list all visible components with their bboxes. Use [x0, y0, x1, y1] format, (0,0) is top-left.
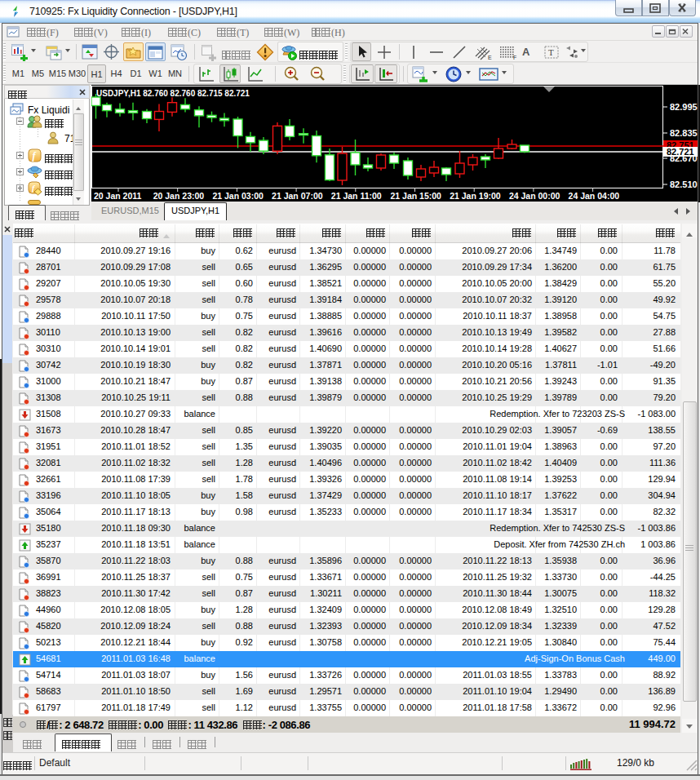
svg-text:USDJPY,H1 82.760 82.760 82.71: USDJPY,H1 82.760 82.760 82.715 82.721: [96, 89, 250, 98]
svg-text:82.510: 82.510: [670, 179, 698, 189]
svg-text:21 Jan 07:00: 21 Jan 07:00: [272, 191, 323, 201]
svg-text:24 Jan 00:00: 24 Jan 00:00: [509, 191, 560, 201]
svg-text:82.995: 82.995: [670, 102, 698, 112]
svg-text:21 Jan 03:00: 21 Jan 03:00: [212, 191, 264, 201]
svg-text:20 Jan 23:00: 20 Jan 23:00: [153, 191, 205, 201]
svg-text:21 Jan 15:00: 21 Jan 15:00: [391, 191, 442, 201]
svg-text:82.835: 82.835: [670, 128, 698, 138]
svg-text:E: E: [488, 55, 492, 60]
svg-text:24 Jan 04:00: 24 Jan 04:00: [569, 191, 620, 201]
svg-text:T: T: [548, 47, 554, 57]
svg-text:20 Jan 2011: 20 Jan 2011: [94, 191, 142, 201]
svg-text:F: F: [513, 55, 516, 60]
svg-text:82.721: 82.721: [667, 147, 694, 157]
svg-text:21 Jan 11:00: 21 Jan 11:00: [331, 191, 382, 201]
svg-text:21 Jan 19:00: 21 Jan 19:00: [450, 191, 501, 201]
